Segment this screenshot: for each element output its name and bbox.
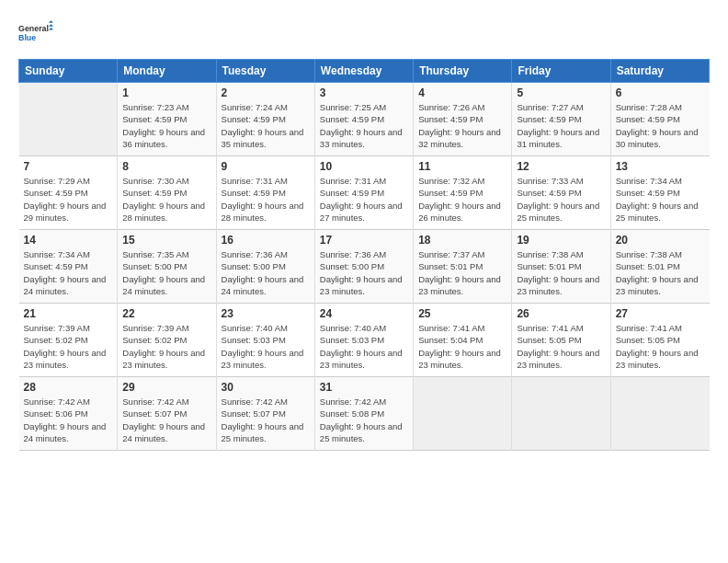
day-info: Sunrise: 7:42 AMSunset: 5:07 PMDaylight:… [122,396,205,443]
day-number: 31 [320,381,408,394]
day-number: 11 [418,160,506,173]
svg-text:Blue: Blue [18,33,36,42]
weekday-header-row: SundayMondayTuesdayWednesdayThursdayFrid… [19,60,710,83]
day-info: Sunrise: 7:37 AMSunset: 5:01 PMDaylight:… [418,249,501,296]
week-row-2: 7 Sunrise: 7:29 AMSunset: 4:59 PMDayligh… [19,156,710,230]
header: General Blue [18,15,710,50]
day-info: Sunrise: 7:25 AMSunset: 4:59 PMDaylight:… [320,102,403,149]
svg-marker-3 [49,24,53,27]
day-info: Sunrise: 7:42 AMSunset: 5:06 PMDaylight:… [24,396,107,443]
day-number: 30 [222,381,310,394]
day-number: 22 [122,307,210,320]
day-info: Sunrise: 7:31 AMSunset: 4:59 PMDaylight:… [320,176,403,223]
day-number: 18 [418,234,506,247]
calendar-cell [512,377,610,451]
weekday-header-sunday: Sunday [19,60,118,83]
calendar-cell: 21 Sunrise: 7:39 AMSunset: 5:02 PMDaylig… [19,304,118,377]
day-number: 23 [222,307,310,320]
day-number: 7 [24,160,113,173]
calendar-cell: 23 Sunrise: 7:40 AMSunset: 5:03 PMDaylig… [216,304,314,377]
day-number: 3 [320,86,408,99]
calendar-cell [414,377,512,451]
week-row-1: 1 Sunrise: 7:23 AMSunset: 4:59 PMDayligh… [19,83,710,156]
weekday-header-monday: Monday [118,60,216,83]
calendar-cell: 24 Sunrise: 7:40 AMSunset: 5:03 PMDaylig… [314,304,413,377]
weekday-header-friday: Friday [512,60,610,83]
calendar-cell: 12 Sunrise: 7:33 AMSunset: 4:59 PMDaylig… [512,156,610,230]
calendar-cell: 27 Sunrise: 7:41 AMSunset: 5:05 PMDaylig… [610,304,709,377]
day-number: 26 [517,307,605,320]
day-number: 12 [517,160,605,173]
calendar-cell: 14 Sunrise: 7:34 AMSunset: 4:59 PMDaylig… [19,230,118,304]
day-info: Sunrise: 7:39 AMSunset: 5:02 PMDaylight:… [122,323,205,370]
calendar-cell: 13 Sunrise: 7:34 AMSunset: 4:59 PMDaylig… [610,156,709,230]
calendar-cell: 7 Sunrise: 7:29 AMSunset: 4:59 PMDayligh… [19,156,118,230]
calendar-cell: 18 Sunrise: 7:37 AMSunset: 5:01 PMDaylig… [414,230,512,304]
day-number: 25 [418,307,506,320]
calendar-cell: 15 Sunrise: 7:35 AMSunset: 5:00 PMDaylig… [118,230,216,304]
week-row-4: 21 Sunrise: 7:39 AMSunset: 5:02 PMDaylig… [19,304,710,377]
calendar-cell [610,377,709,451]
day-info: Sunrise: 7:40 AMSunset: 5:03 PMDaylight:… [222,323,304,370]
day-info: Sunrise: 7:23 AMSunset: 4:59 PMDaylight:… [122,102,205,149]
day-number: 17 [320,234,408,247]
day-info: Sunrise: 7:36 AMSunset: 5:00 PMDaylight:… [320,249,403,296]
day-info: Sunrise: 7:35 AMSunset: 5:00 PMDaylight:… [122,249,205,296]
weekday-header-saturday: Saturday [610,60,709,83]
day-number: 19 [517,234,605,247]
day-info: Sunrise: 7:38 AMSunset: 5:01 PMDaylight:… [517,249,599,296]
day-info: Sunrise: 7:31 AMSunset: 4:59 PMDaylight:… [222,176,304,223]
calendar-cell: 25 Sunrise: 7:41 AMSunset: 5:04 PMDaylig… [414,304,512,377]
calendar-cell: 28 Sunrise: 7:42 AMSunset: 5:06 PMDaylig… [19,377,118,451]
svg-text:General: General [18,24,49,33]
day-number: 9 [222,160,310,173]
day-number: 20 [616,234,705,247]
calendar-cell: 10 Sunrise: 7:31 AMSunset: 4:59 PMDaylig… [314,156,413,230]
day-info: Sunrise: 7:28 AMSunset: 4:59 PMDaylight:… [616,102,699,149]
day-info: Sunrise: 7:41 AMSunset: 5:05 PMDaylight:… [517,323,599,370]
calendar-cell: 26 Sunrise: 7:41 AMSunset: 5:05 PMDaylig… [512,304,610,377]
day-number: 6 [616,86,705,99]
day-info: Sunrise: 7:30 AMSunset: 4:59 PMDaylight:… [122,176,205,223]
logo-svg: General Blue [18,15,53,50]
day-number: 21 [24,307,113,320]
day-info: Sunrise: 7:34 AMSunset: 4:59 PMDaylight:… [24,249,107,296]
day-info: Sunrise: 7:41 AMSunset: 5:04 PMDaylight:… [418,323,501,370]
day-number: 24 [320,307,408,320]
calendar-cell [19,83,118,156]
weekday-header-tuesday: Tuesday [216,60,314,83]
day-info: Sunrise: 7:27 AMSunset: 4:59 PMDaylight:… [517,102,599,149]
day-number: 5 [517,86,605,99]
calendar-cell: 11 Sunrise: 7:32 AMSunset: 4:59 PMDaylig… [414,156,512,230]
day-number: 14 [24,234,113,247]
calendar-cell: 5 Sunrise: 7:27 AMSunset: 4:59 PMDayligh… [512,83,610,156]
calendar-cell: 19 Sunrise: 7:38 AMSunset: 5:01 PMDaylig… [512,230,610,304]
day-info: Sunrise: 7:36 AMSunset: 5:00 PMDaylight:… [222,249,304,296]
calendar-cell: 16 Sunrise: 7:36 AMSunset: 5:00 PMDaylig… [216,230,314,304]
day-number: 16 [222,234,310,247]
day-number: 15 [122,234,210,247]
calendar-table: SundayMondayTuesdayWednesdayThursdayFrid… [18,59,710,451]
day-number: 27 [616,307,705,320]
calendar-cell: 1 Sunrise: 7:23 AMSunset: 4:59 PMDayligh… [118,83,216,156]
logo: General Blue [18,15,53,50]
main-container: General Blue SundayMondayTuesdayWednesda… [0,0,728,460]
calendar-cell: 22 Sunrise: 7:39 AMSunset: 5:02 PMDaylig… [118,304,216,377]
day-info: Sunrise: 7:42 AMSunset: 5:07 PMDaylight:… [222,396,304,443]
day-number: 1 [122,86,210,99]
day-number: 10 [320,160,408,173]
calendar-cell: 29 Sunrise: 7:42 AMSunset: 5:07 PMDaylig… [118,377,216,451]
weekday-header-thursday: Thursday [414,60,512,83]
day-number: 28 [24,381,113,394]
svg-marker-2 [49,20,53,23]
day-info: Sunrise: 7:24 AMSunset: 4:59 PMDaylight:… [222,102,304,149]
calendar-cell: 6 Sunrise: 7:28 AMSunset: 4:59 PMDayligh… [610,83,709,156]
day-number: 2 [222,86,310,99]
day-number: 29 [122,381,210,394]
day-info: Sunrise: 7:41 AMSunset: 5:05 PMDaylight:… [616,323,699,370]
day-info: Sunrise: 7:39 AMSunset: 5:02 PMDaylight:… [24,323,107,370]
day-info: Sunrise: 7:26 AMSunset: 4:59 PMDaylight:… [418,102,501,149]
day-number: 8 [122,160,210,173]
week-row-3: 14 Sunrise: 7:34 AMSunset: 4:59 PMDaylig… [19,230,710,304]
day-number: 13 [616,160,705,173]
